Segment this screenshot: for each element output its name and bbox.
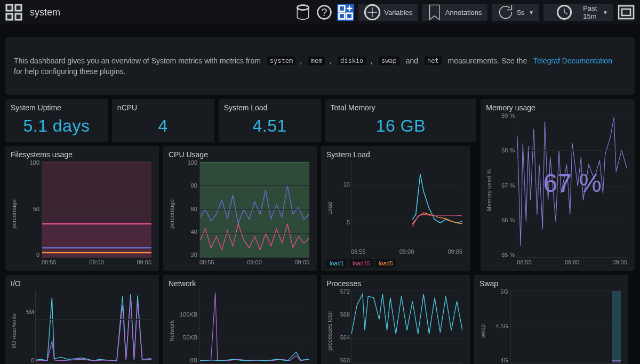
code-net: net (425, 56, 442, 65)
dashboard-title: system (30, 7, 60, 18)
chart-area (199, 290, 309, 363)
chart-area: 67 % (517, 115, 627, 258)
panel-uptime[interactable]: System Uptime 5.1 days (5, 99, 108, 142)
panel-system-load-graph[interactable]: System Load Load .105. 08:5509:0 (321, 146, 470, 271)
panel-io[interactable]: I/O I/O read/write .5M0 08:5509:0009:05 (5, 275, 159, 364)
telegraf-docs-link[interactable]: Telegraf Documentation (533, 56, 612, 65)
svg-point-4 (298, 5, 309, 10)
chevron-down-icon: ▼ (529, 10, 534, 15)
description-panel: This dashboard gives you an overview of … (5, 37, 635, 95)
data-source-icon[interactable] (294, 4, 311, 21)
cycle-view-icon[interactable] (618, 4, 635, 21)
panel-processes[interactable]: Processes processes total 572568564560 0… (321, 275, 470, 364)
panel-cpu-usage[interactable]: CPU Usage percentage 10080604020 (163, 146, 317, 271)
x-axis: 08:5509:0009:05 (42, 259, 151, 268)
ylabel: percentage (169, 160, 175, 268)
panel-title: Swap (479, 279, 623, 288)
panel-title: CPU Usage (169, 150, 311, 159)
panel-network[interactable]: Network Network .100KB50KB0B 08:5509:000… (163, 275, 317, 364)
time-range-dropdown[interactable]: Past 15m ▼ (543, 4, 613, 21)
legend-item[interactable]: load15 (349, 259, 373, 268)
ylabel: processes total (326, 289, 333, 364)
annotations-button[interactable]: Annotations (422, 4, 487, 21)
y-axis: .5M0 (18, 289, 34, 363)
uptime-value: 5.1 days (11, 113, 102, 139)
code-mem: mem (308, 56, 325, 65)
ylabel: percentage (11, 160, 17, 268)
legend-item[interactable]: load1 (326, 259, 347, 268)
chevron-down-icon: ▼ (603, 10, 608, 15)
panel-title: Total Memory (331, 103, 471, 112)
variables-button[interactable]: Variables (358, 4, 418, 21)
x-axis: 08:5509:0009:05 (351, 248, 462, 257)
y-axis: 69 %68 %67 %66 %65 % (493, 113, 515, 258)
code-diskio: diskio (338, 56, 366, 65)
top-bar: system ? Variables Annotations 5s ▼ Past… (0, 0, 640, 25)
ylabel: Load (326, 160, 333, 257)
svg-rect-2 (6, 14, 12, 20)
panel-filesystems-usage[interactable]: Filesystems usage percentage 100500 (5, 146, 159, 271)
chart-area (199, 161, 309, 258)
memory-usage-big-value: 67 % (517, 168, 627, 198)
svg-rect-14 (619, 6, 634, 19)
description-and: and (406, 56, 418, 65)
svg-rect-0 (6, 5, 12, 11)
code-system: system (267, 56, 295, 65)
svg-text:?: ? (322, 6, 327, 18)
panel-memory-usage[interactable]: Memory usage Memory used % 69 %68 %67 %6… (481, 99, 635, 271)
y-axis: 10080604020 (176, 160, 197, 258)
help-icon[interactable]: ? (316, 4, 333, 21)
description-text: This dashboard gives you an overview of … (14, 56, 261, 65)
panel-swap[interactable]: Swap swap 5G4.5G4G 08:5509:0009:05 (474, 275, 628, 364)
description-text3: for help configuring these plugins. (14, 67, 125, 76)
x-axis: 08:5509:0009:05 (517, 259, 627, 268)
legend-item[interactable]: load5 (375, 259, 396, 268)
panel-ncpu[interactable]: nCPU 4 (112, 99, 214, 142)
dashboard-grid-icon[interactable] (5, 4, 22, 21)
panel-title: System Uptime (11, 103, 102, 112)
variables-label: Variables (384, 9, 412, 17)
panel-load-stat[interactable]: System Load 4.51 (219, 99, 321, 142)
svg-rect-7 (339, 6, 345, 12)
panel-title: I/O (11, 279, 154, 288)
svg-rect-1 (15, 5, 21, 11)
description-text2: measurements. See the (448, 56, 527, 65)
panel-title: System Load (326, 150, 465, 159)
code-swap: swap (379, 56, 399, 65)
chart-area (351, 161, 462, 247)
x-axis: 08:5509:0009:05 (199, 259, 309, 268)
svg-rect-9 (347, 13, 353, 19)
refresh-dropdown[interactable]: 5s ▼ (492, 4, 540, 21)
panel-title: nCPU (117, 103, 209, 112)
chart-area (35, 290, 151, 363)
y-axis: 100500 (18, 160, 39, 258)
ylabel: swap (479, 289, 486, 364)
svg-rect-3 (15, 14, 21, 20)
time-range-label: Past 15m (583, 4, 598, 20)
row-charts-2: I/O I/O read/write .5M0 08:5509:0009:05 (5, 275, 635, 364)
ncpu-value: 4 (117, 113, 209, 139)
svg-rect-15 (622, 9, 630, 15)
ylabel: Memory used % (486, 113, 492, 268)
panel-title: System Load (224, 103, 316, 112)
annotations-label: Annotations (445, 9, 482, 17)
panel-title: Network (169, 279, 311, 288)
panel-title: Processes (326, 279, 465, 288)
legend: load1 load15 load5 (326, 259, 465, 268)
svg-rect-8 (339, 13, 345, 19)
total-memory-value: 16 GB (331, 113, 471, 139)
refresh-interval-label: 5s (517, 9, 525, 17)
chart-area (42, 161, 151, 258)
y-axis: 572568564560 (334, 289, 350, 363)
ylabel: I/O read/write (11, 289, 17, 364)
y-axis: .100KB50KB0B (176, 289, 197, 363)
panel-title: Memory usage (486, 103, 629, 112)
chart-area (351, 290, 462, 363)
y-axis: .105. (334, 160, 350, 247)
panel-total-memory[interactable]: Total Memory 16 GB (325, 99, 477, 142)
chart-area (510, 290, 621, 363)
add-panel-button[interactable] (337, 4, 354, 21)
panel-title: Filesystems usage (11, 150, 154, 159)
load-value: 4.51 (224, 113, 316, 139)
ylabel: Network (169, 289, 175, 364)
